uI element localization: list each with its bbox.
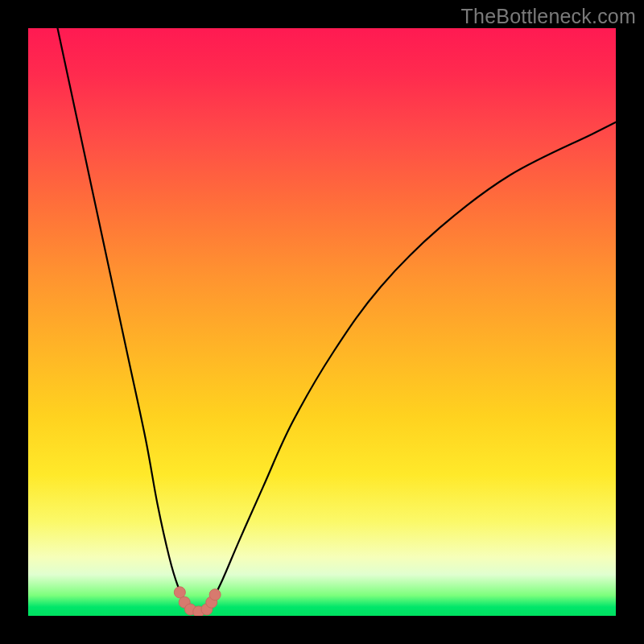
- curve-layer: [28, 28, 616, 616]
- chart-frame: TheBottleneck.com: [0, 0, 644, 644]
- plot-gradient-area: [28, 28, 616, 616]
- bottleneck-curve-left: [58, 28, 188, 604]
- trough-marker: [209, 589, 221, 601]
- bottleneck-curve-right: [210, 122, 616, 605]
- trough-marker-group: [174, 587, 221, 616]
- trough-marker: [174, 587, 185, 598]
- watermark-text: TheBottleneck.com: [461, 5, 636, 28]
